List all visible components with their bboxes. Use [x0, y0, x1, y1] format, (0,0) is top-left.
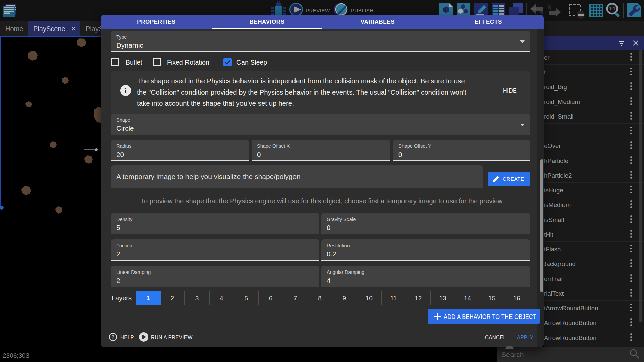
svg-text:?: ? [112, 334, 115, 340]
svg-text:1:1: 1:1 [609, 6, 615, 11]
